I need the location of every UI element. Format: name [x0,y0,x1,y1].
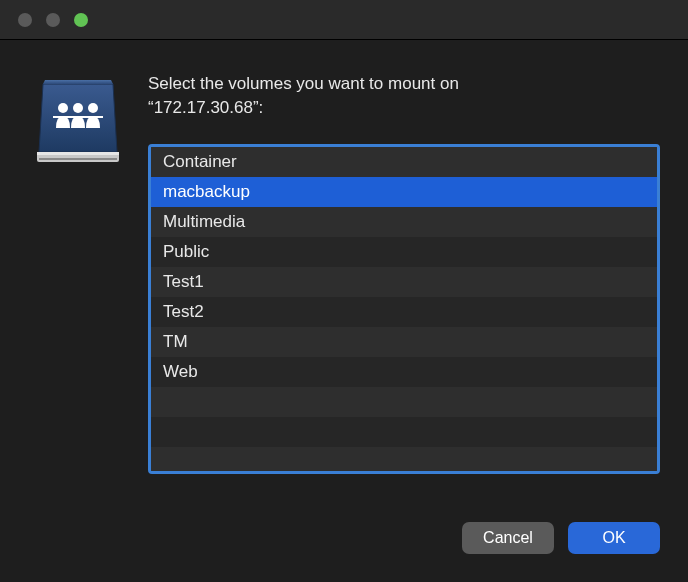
volume-item[interactable]: Multimedia [151,207,657,237]
volume-item[interactable]: Test1 [151,267,657,297]
volume-empty-row [151,387,657,417]
volume-item-label: TM [163,332,188,352]
volume-item[interactable]: Container [151,147,657,177]
close-window-button[interactable] [18,13,32,27]
maximize-window-button[interactable] [74,13,88,27]
svg-rect-1 [37,152,119,155]
volume-item[interactable]: Public [151,237,657,267]
volume-item[interactable]: Test2 [151,297,657,327]
volume-empty-row [151,447,657,474]
cancel-button[interactable]: Cancel [462,522,554,554]
volume-item-label: Public [163,242,209,262]
volume-item-label: Test1 [163,272,204,292]
volume-empty-row [151,417,657,447]
volume-item[interactable]: TM [151,327,657,357]
icon-column [28,72,128,474]
prompt-line-2: “172.17.30.68”: [148,98,263,117]
svg-rect-2 [39,158,117,160]
window-titlebar [0,0,688,40]
dialog-buttons: Cancel OK [0,498,688,554]
svg-point-3 [58,103,68,113]
svg-point-5 [88,103,98,113]
volume-item[interactable]: Web [151,357,657,387]
main-column: Select the volumes you want to mount on … [148,72,660,474]
prompt-line-1: Select the volumes you want to mount on [148,74,459,93]
dialog-content: Select the volumes you want to mount on … [0,40,688,498]
minimize-window-button[interactable] [46,13,60,27]
volume-item-label: Web [163,362,198,382]
volume-list[interactable]: ContainermacbackupMultimediaPublicTest1T… [148,144,660,474]
ok-button[interactable]: OK [568,522,660,554]
network-drive-icon [33,72,123,172]
dialog-prompt: Select the volumes you want to mount on … [148,72,660,120]
svg-point-4 [73,103,83,113]
volume-item-label: Test2 [163,302,204,322]
volume-item-label: macbackup [163,182,250,202]
volume-item[interactable]: macbackup [151,177,657,207]
volume-item-label: Multimedia [163,212,245,232]
volume-item-label: Container [163,152,237,172]
svg-rect-6 [53,116,103,118]
